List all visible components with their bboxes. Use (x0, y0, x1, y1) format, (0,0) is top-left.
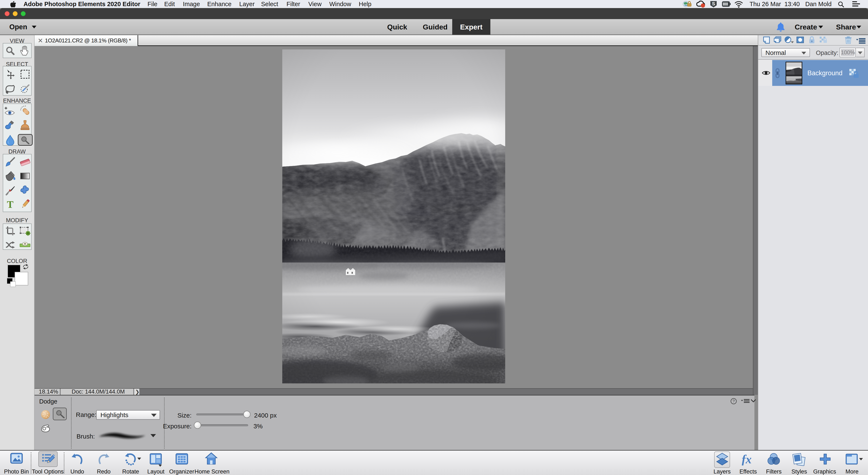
svg-text:fx: fx (742, 453, 752, 466)
svg-text:S: S (712, 1, 715, 6)
svg-text:T: T (7, 199, 13, 209)
svg-text:?: ? (733, 399, 735, 403)
